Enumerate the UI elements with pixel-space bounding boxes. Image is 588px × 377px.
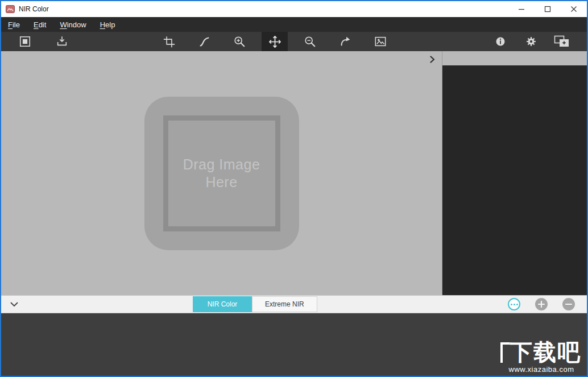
filter-bar: NIR Color Extreme NIR [1,295,587,313]
palette-icon [511,304,512,305]
remove-button[interactable] [562,298,575,310]
info-icon [495,36,506,47]
side-panel [442,51,587,295]
toolbar-file-group [12,32,75,51]
content-area: Drag Image Here [1,51,587,295]
batch-images-icon [554,35,570,48]
zoom-in-button[interactable] [226,32,252,51]
open-image-button[interactable] [12,32,38,51]
minus-icon [565,300,573,308]
crop-icon [163,36,175,48]
gear-icon [525,36,537,47]
minimize-button[interactable] [508,1,535,17]
picture-icon [374,35,387,48]
info-button[interactable] [489,32,512,51]
chevron-down-icon [10,302,18,307]
open-image-icon [19,35,31,48]
side-panel-body [442,65,587,295]
curves-button[interactable] [191,32,217,51]
curves-icon [198,36,210,48]
tab-extreme-nir[interactable]: Extreme NIR [252,296,317,312]
zoom-out-button[interactable] [297,32,323,51]
zoom-in-icon [233,35,246,48]
chevron-right-icon [430,56,435,63]
settings-button[interactable] [520,32,543,51]
app-icon [6,5,15,13]
image-canvas[interactable]: Drag Image Here [1,51,442,295]
dropzone-frame: Drag Image Here [163,115,280,231]
maximize-button[interactable] [535,1,561,17]
import-image-button[interactable] [49,32,75,51]
window-title: NIR Color [19,5,508,13]
toolbar-help-group [489,32,573,51]
move-tool-button[interactable] [262,32,288,51]
crop-button[interactable] [156,32,182,51]
redo-button[interactable] [332,32,358,51]
filter-tabs: NIR Color Extreme NIR [193,296,317,312]
batch-images-button[interactable] [550,32,573,51]
export-image-button[interactable] [367,32,394,51]
image-dropzone[interactable]: Drag Image Here [144,97,299,250]
close-button[interactable] [561,1,587,17]
collapse-bottom-button[interactable] [8,296,20,313]
move-icon [268,35,281,48]
tab-nir-color[interactable]: NIR Color [193,296,252,312]
watermark-url: www.xiazaiba.com [502,365,581,374]
watermark-title: 下载吧 [502,340,581,364]
title-bar: NIR Color [1,1,587,17]
minimize-icon [518,6,525,13]
dropzone-label: Drag Image Here [176,156,267,190]
menu-edit[interactable]: Edit [27,17,53,32]
app-window: NIR Color File Edit Window Help [0,0,588,377]
window-controls [508,1,587,17]
filter-actions [508,296,575,313]
plus-icon [537,300,545,308]
palette-button[interactable] [508,298,520,310]
menu-window[interactable]: Window [53,17,93,32]
zoom-out-icon [304,35,316,48]
watermark: 下载吧 www.xiazaiba.com [502,340,581,374]
toolbar [1,32,587,51]
menu-help[interactable]: Help [93,17,122,32]
maximize-icon [544,6,551,13]
panel-collapse-button[interactable] [427,54,437,64]
menu-bar: File Edit Window Help [1,17,587,32]
redo-icon [339,35,351,48]
import-icon [56,35,68,48]
menu-file[interactable]: File [1,17,27,32]
toolbar-tools-group [156,32,394,51]
close-icon [570,6,577,13]
side-panel-header [442,51,587,65]
filter-list-panel: 下载吧 www.xiazaiba.com [1,313,587,376]
add-button[interactable] [535,298,548,310]
